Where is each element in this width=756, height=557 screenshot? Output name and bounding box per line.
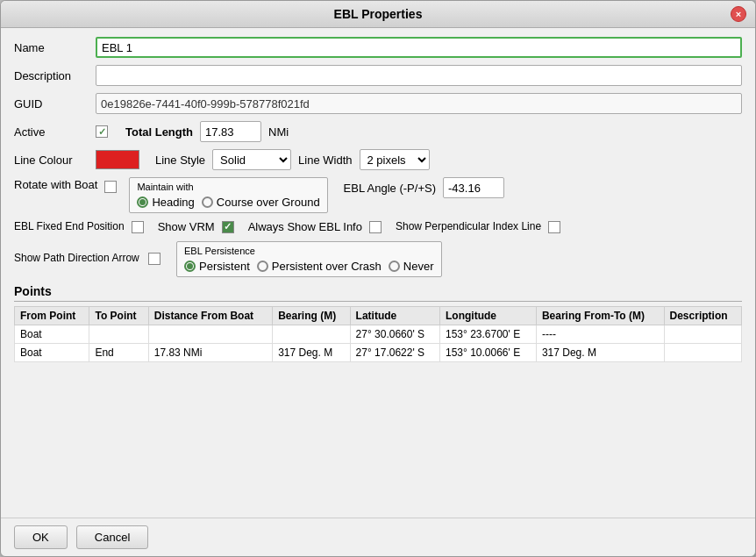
- persistent-label: Persistent: [199, 260, 250, 273]
- show-perp-label: Show Perpendicular Index Line: [396, 220, 541, 234]
- cell-bearing_from_to: 317 Deg. M: [536, 343, 664, 361]
- path-persistence-row: Show Path Direction Arrow EBL Persistenc…: [14, 241, 742, 277]
- col-bearing-from-to: Bearing From-To (M): [536, 306, 664, 325]
- cell-latitude: 27° 30.0660' S: [350, 325, 439, 343]
- points-section: Points From Point To Point Distance From…: [14, 284, 742, 362]
- dialog-content: Name Description GUID Active Total Lengt…: [1, 28, 755, 518]
- total-length-label: Total Length: [125, 125, 193, 139]
- active-checkbox[interactable]: [96, 125, 108, 138]
- description-input[interactable]: [96, 65, 742, 86]
- table-header-row: From Point To Point Distance From Boat B…: [15, 306, 742, 325]
- rotate-row: Rotate with Boat Maintain with Heading C…: [14, 177, 742, 213]
- ebl-properties-dialog: EBL Properties × Name Description GUID A…: [0, 0, 756, 557]
- show-path-checkbox[interactable]: [148, 253, 160, 265]
- table-row: BoatEnd17.83 NMi317 Deg. M27° 17.0622' S…: [15, 343, 742, 361]
- cell-from: Boat: [15, 325, 89, 343]
- active-label: Active: [14, 125, 89, 139]
- show-perp-checkbox[interactable]: [548, 221, 560, 233]
- maintain-group: Maintain with Heading Course over Ground: [129, 177, 327, 213]
- cell-to: [89, 325, 148, 343]
- line-style-label: Line Style: [155, 154, 205, 167]
- persistent-radio[interactable]: [184, 261, 196, 272]
- ebl-angle-group: EBL Angle (-P/+S): [344, 177, 504, 198]
- description-row: Description: [14, 65, 742, 86]
- cell-longitude: 153° 10.0066' E: [440, 343, 537, 361]
- line-width-select[interactable]: 1 pixels 2 pixels 3 pixels 4 pixels: [360, 149, 430, 170]
- points-title: Points: [14, 284, 742, 302]
- cell-bearing: 317 Deg. M: [273, 343, 350, 361]
- col-to-point: To Point: [89, 306, 148, 325]
- line-style-row: Line Colour Line Style Solid Dashed Dott…: [14, 149, 742, 170]
- persistence-radio-group: Persistent Persistent over Crash Never: [184, 260, 434, 273]
- persistence-group: EBL Persistence Persistent Persistent ov…: [176, 241, 442, 277]
- table-row: Boat27° 30.0660' S153° 23.6700' E----: [15, 325, 742, 343]
- ebl-fixed-row: EBL Fixed End Position Show VRM Always S…: [14, 220, 742, 234]
- close-button[interactable]: ×: [731, 6, 746, 22]
- guid-row: GUID: [14, 93, 742, 114]
- show-vrm-checkbox[interactable]: [222, 221, 234, 233]
- name-input[interactable]: [96, 37, 742, 58]
- ebl-fixed-checkbox[interactable]: [132, 221, 144, 233]
- cell-distance: 17.83 NMi: [148, 343, 272, 361]
- ebl-angle-label: EBL Angle (-P/+S): [344, 182, 436, 195]
- show-path-label: Show Path Direction Arrow: [14, 252, 141, 266]
- heading-radio[interactable]: [137, 196, 148, 208]
- col-distance: Distance From Boat: [148, 306, 272, 325]
- show-vrm-label: Show VRM: [158, 220, 215, 233]
- rotate-checkbox[interactable]: [104, 181, 117, 193]
- active-length-row: Active Total Length NMi: [14, 121, 742, 142]
- course-over-ground-radio[interactable]: [202, 196, 213, 208]
- cell-bearing_from_to: ----: [536, 325, 664, 343]
- heading-label: Heading: [152, 196, 194, 209]
- total-length-input[interactable]: [200, 121, 261, 142]
- maintain-radio-group: Heading Course over Ground: [137, 196, 319, 209]
- rotate-label: Rotate with Boat: [14, 177, 97, 193]
- persistent-crash-option[interactable]: Persistent over Crash: [257, 260, 382, 273]
- cell-latitude: 27° 17.0622' S: [350, 343, 439, 361]
- col-latitude: Latitude: [350, 306, 439, 325]
- ebl-fixed-label: EBL Fixed End Position: [14, 220, 125, 234]
- total-length-unit: NMi: [268, 125, 289, 139]
- cell-distance: [148, 325, 272, 343]
- cell-description: [664, 325, 741, 343]
- dialog-footer: OK Cancel: [1, 518, 755, 556]
- col-description: Description: [664, 306, 741, 325]
- cell-to: End: [89, 343, 148, 361]
- cell-longitude: 153° 23.6700' E: [440, 325, 537, 343]
- persistent-crash-label: Persistent over Crash: [272, 260, 382, 273]
- line-width-label: Line Width: [298, 154, 352, 167]
- cell-description: [664, 343, 741, 361]
- ebl-angle-input[interactable]: [443, 177, 504, 198]
- guid-input: [96, 93, 742, 114]
- description-label: Description: [14, 69, 89, 82]
- course-over-ground-option[interactable]: Course over Ground: [202, 196, 320, 209]
- maintain-label: Maintain with: [137, 182, 319, 192]
- line-colour-label: Line Colour: [14, 154, 89, 167]
- line-colour-swatch[interactable]: [96, 150, 139, 169]
- name-label: Name: [14, 41, 89, 54]
- col-bearing: Bearing (M): [273, 306, 350, 325]
- never-radio[interactable]: [389, 261, 400, 272]
- persistence-title: EBL Persistence: [184, 246, 434, 256]
- col-from-point: From Point: [15, 306, 89, 325]
- dialog-title: EBL Properties: [25, 7, 731, 21]
- heading-option[interactable]: Heading: [137, 196, 194, 209]
- col-longitude: Longitude: [440, 306, 537, 325]
- line-style-select[interactable]: Solid Dashed Dotted: [212, 149, 291, 170]
- ok-button[interactable]: OK: [14, 525, 68, 549]
- points-table: From Point To Point Distance From Boat B…: [14, 306, 742, 362]
- guid-label: GUID: [14, 97, 89, 111]
- persistent-crash-radio[interactable]: [257, 261, 268, 272]
- cancel-button[interactable]: Cancel: [76, 525, 148, 549]
- name-row: Name: [14, 37, 742, 58]
- cell-bearing: [273, 325, 350, 343]
- never-label: Never: [403, 260, 434, 273]
- never-option[interactable]: Never: [389, 260, 434, 273]
- always-show-checkbox[interactable]: [369, 221, 382, 233]
- always-show-label: Always Show EBL Info: [248, 220, 362, 233]
- persistent-option[interactable]: Persistent: [184, 260, 250, 273]
- cell-from: Boat: [15, 343, 89, 361]
- course-over-ground-label: Course over Ground: [217, 196, 320, 209]
- title-bar: EBL Properties ×: [1, 1, 755, 28]
